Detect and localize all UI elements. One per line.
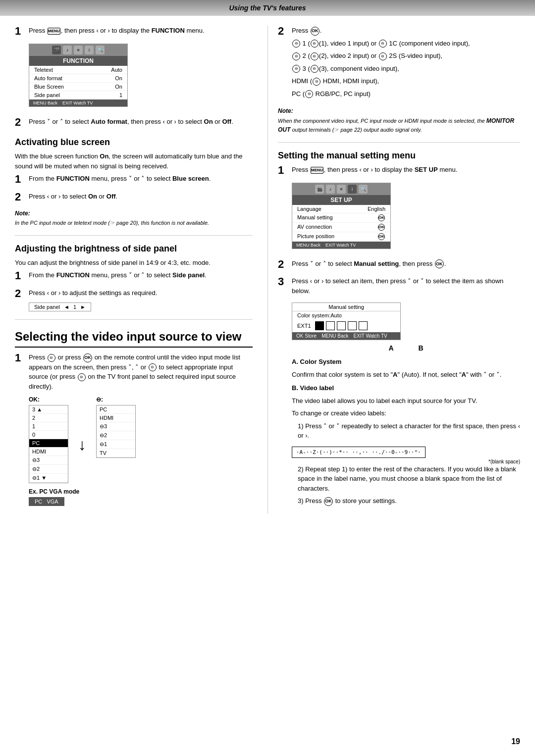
menu-row-bluescreen: Blue Screen On	[29, 83, 127, 91]
ms-cell-2	[337, 321, 346, 330]
step-manual-num1: 1	[278, 164, 292, 177]
sp-step1: From the FUNCTION menu, press ˅ or ˄ to …	[29, 270, 253, 280]
step-right-num2: 2	[278, 25, 292, 38]
setup-value-av: OK	[377, 224, 385, 231]
step-sp-num1: 1	[15, 269, 29, 282]
ms-footer: OK Store MENU Back EXIT Watch TV	[292, 332, 400, 340]
function-menu-diagram: 🎬 ♪ ≡ i 🔍 FUNCTION Teletext Auto Aut	[29, 44, 128, 107]
ok-list-block: OK: 3 ▲ 2 1 0 PC HDMI ⊖3 ⊖2 ⊖1 ▼	[29, 396, 68, 483]
page-number: 19	[511, 737, 520, 746]
menu-button-icon: MENU	[48, 28, 60, 35]
label-b: B	[419, 344, 424, 352]
step-bluescreen-num2: 2	[15, 191, 29, 203]
setup-value-language: English	[368, 206, 385, 212]
step-sidepanel-1: 1 From the FUNCTION menu, press ˅ or ˄ t…	[15, 270, 253, 283]
input-1-icon: ⊖	[292, 40, 300, 48]
inputs-line1: ⊖ 1 (⊖(1), video 1 input) or ⊖ 1C (compo…	[292, 39, 520, 49]
menu-btn-right: MENU	[311, 167, 323, 174]
menu-label-autoformat: Auto format	[34, 75, 62, 81]
step-bluescreen-num1: 1	[15, 173, 29, 186]
input-list-container: OK: 3 ▲ 2 1 0 PC HDMI ⊖3 ⊖2 ⊖1 ▼	[29, 396, 253, 483]
ok-row-2: 2	[29, 414, 68, 422]
step-vi-content1: Press ⊖ or press OK on the remote contro…	[29, 353, 253, 506]
color-system-title: A. Color System	[292, 357, 520, 367]
page-wrapper: Using the TV's features 1 Press MENU, th…	[0, 0, 535, 756]
left-column: 1 Press MENU, then press ‹ or › to displ…	[15, 26, 268, 514]
bluescreen-note: Note: In the PC input mode or teletext m…	[15, 209, 253, 227]
input-icon3: ⊖	[78, 373, 86, 381]
setup-menu-title: SET UP	[292, 195, 390, 205]
manual-step3: Press ‹ or › to select an item, then pre…	[292, 276, 520, 296]
ilist-tv: TV	[97, 449, 135, 457]
divider-2	[15, 319, 253, 320]
bluescreen-note-text: In the PC input mode or teletext mode (☞…	[15, 219, 253, 227]
step-manual-1: 1 Press MENU, then press ‹ or › to displ…	[278, 165, 520, 254]
menu-value-autoformat: On	[115, 75, 122, 81]
video-label-sub1: 1) Press ˄ or ˅ repeatedly to select a c…	[298, 421, 520, 441]
ilist-i2: ⊖2	[97, 431, 135, 440]
ilist-i3: ⊖3	[97, 422, 135, 431]
input-2b-icon: ⊖	[311, 52, 319, 60]
setup-row-manual: Manual setting OK	[292, 213, 390, 223]
vi-step1: Press ⊖ or press OK on the remote contro…	[29, 353, 253, 391]
menu-value-bluescreen: On	[115, 84, 122, 90]
step-bluescreen-2: 2 Press ‹ or › to select On or Off.	[15, 192, 253, 204]
right-divider	[278, 142, 520, 143]
video-label-title: B. Video label	[292, 383, 520, 393]
ok-row-i1: ⊖1 ▼	[29, 474, 68, 483]
step-sp-content2: Press ‹ or › to adjust the settings as r…	[29, 288, 253, 312]
ms-cell-4	[359, 321, 368, 330]
ms-cell-3	[348, 321, 357, 330]
video-label-sub3: 3) Press OK to store your settings.	[298, 496, 520, 506]
setup-label-manual: Manual setting	[297, 214, 333, 221]
ms-cell-a	[315, 321, 324, 330]
step-manual-num2: 2	[278, 258, 292, 271]
icon-search: 🔍	[96, 46, 105, 54]
ilist-pc: PC	[97, 405, 135, 414]
ok-input-list: 3 ▲ 2 1 0 PC HDMI ⊖3 ⊖2 ⊖1 ▼	[29, 405, 68, 483]
icon-list: ≡	[74, 46, 83, 54]
setup-value-picture: OK	[377, 233, 385, 240]
menu-row-autoformat: Auto format On	[29, 74, 127, 83]
input-hdmi-icon: ⊖	[313, 78, 321, 86]
right-note-text: When the component video input, PC input…	[278, 116, 520, 134]
sidepanel-bar-value: 1	[73, 304, 76, 310]
step-bluescreen-content2: Press ‹ or › to select On or Off.	[29, 192, 253, 204]
setup-menu-icon-row: 🎬 ♪ ≡ i 🔍	[292, 183, 390, 195]
setup-row-language: Language English	[292, 205, 390, 213]
ok-icon-picture: OK	[378, 233, 385, 240]
ok-store-icon: OK	[324, 497, 333, 506]
page-header: Using the TV's features	[0, 0, 535, 16]
ok-row-3: 3 ▲	[29, 405, 68, 414]
ok-row-pc: PC	[29, 439, 68, 448]
ex-label: Ex. PC VGA mode	[29, 488, 253, 495]
ok-icon: OK	[83, 353, 92, 362]
ilist-i1: ⊖1	[97, 440, 135, 449]
setup-icon-4: i	[348, 185, 357, 194]
step-num-1: 1	[15, 25, 29, 38]
selecting-video-input-title: Selecting the video input source to view	[15, 330, 253, 348]
pc-vga-bar: PC VGA	[29, 497, 64, 506]
manual-step1: Press MENU, then press ‹ or › to display…	[292, 165, 520, 175]
setup-row-av: AV connection OK	[292, 223, 390, 232]
input-icon-list: PC HDMI ⊖3 ⊖2 ⊖1 TV	[96, 405, 136, 458]
step-sidepanel-2: 2 Press ‹ or › to adjust the settings as…	[15, 288, 253, 312]
step-num-2: 2	[15, 116, 29, 129]
icon-music: ♪	[63, 46, 72, 54]
icon-film: 🎬	[52, 46, 61, 54]
menu-icon-row: 🎬 ♪ ≡ i 🔍	[29, 44, 127, 56]
ilist-hdmi: HDMI	[97, 414, 135, 422]
sidepanel-arrow-right: ►	[80, 304, 86, 310]
header-title: Using the TV's features	[229, 4, 306, 12]
input-2s-icon: ⊖	[379, 52, 387, 60]
ok-list-label: OK:	[29, 396, 68, 403]
setup-label-av: AV connection	[297, 224, 332, 231]
inputs-line5: PC (⊖ RGB/PC, PC input)	[292, 89, 520, 99]
step-videoinput-1: 1 Press ⊖ or press OK on the remote cont…	[15, 353, 253, 506]
menu-label-teletext: Teletext	[34, 67, 53, 73]
ok-row-hdmi: HDMI	[29, 448, 68, 456]
footer-exit: EXIT Watch TV	[62, 101, 93, 105]
step-function-content: Press MENU, then press ‹ or › to display…	[29, 26, 253, 112]
setup-label-picture: Picture position	[297, 233, 334, 240]
inputs-line2: ⊖ 2 (⊖(2), video 2 input) or ⊖ 2S (S-vid…	[292, 51, 520, 61]
